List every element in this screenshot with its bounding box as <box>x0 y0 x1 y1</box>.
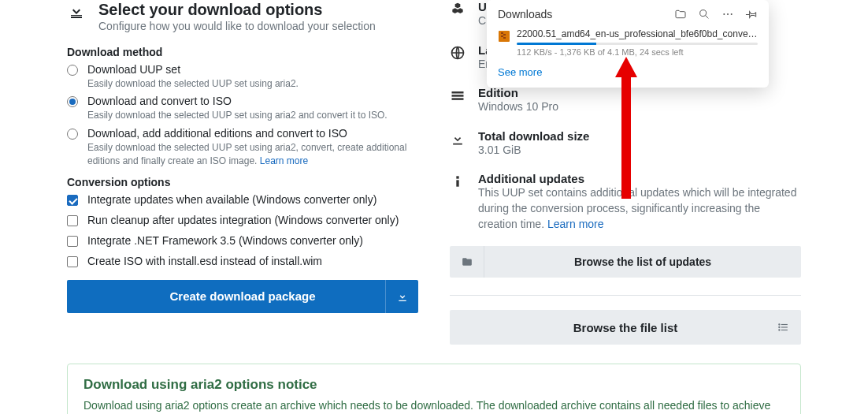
cubes-icon <box>450 0 467 17</box>
svg-rect-8 <box>781 324 788 325</box>
disc-icon <box>450 86 467 103</box>
svg-rect-2 <box>452 91 464 94</box>
checkbox-create-esd[interactable]: Create ISO with install.esd instead of i… <box>67 255 418 270</box>
svg-rect-17 <box>499 31 510 42</box>
open-folder-icon[interactable] <box>674 8 687 21</box>
download-item[interactable]: 22000.51_amd64_en-us_professional_bfe6f0… <box>498 28 758 57</box>
download-method-heading: Download method <box>67 46 418 58</box>
svg-point-16 <box>731 13 733 15</box>
learn-more-link[interactable]: Learn more <box>260 155 308 166</box>
svg-rect-0 <box>71 15 82 16</box>
svg-point-14 <box>723 13 725 15</box>
radio-icon <box>67 129 78 140</box>
checkbox-integrate-net[interactable]: Integrate .NET Framework 3.5 (Windows co… <box>67 234 418 250</box>
download-status: 112 KB/s - 1,376 KB of 4.1 MB, 24 secs l… <box>517 47 758 57</box>
create-download-package-button[interactable]: Create download package <box>67 280 418 313</box>
downloads-popup: Downloads 22000.51_amd64_en-us_professio… <box>487 0 769 88</box>
globe-icon <box>450 43 467 61</box>
radio-download-additional-editions[interactable]: Download, add additional editions and co… <box>67 127 418 168</box>
download-size-icon <box>450 129 467 147</box>
svg-point-15 <box>727 13 729 15</box>
radio-icon <box>67 65 78 76</box>
see-more-link[interactable]: See more <box>498 66 758 78</box>
aria2-notice: Download using aria2 options notice Down… <box>67 364 801 414</box>
checkbox-icon <box>67 195 78 206</box>
checkbox-icon <box>67 236 78 247</box>
radio-icon <box>67 96 78 107</box>
info-icon <box>450 172 467 189</box>
section-header: Select your download options Configure h… <box>67 0 418 35</box>
browse-file-list-button[interactable]: Browse the file list <box>450 310 801 345</box>
search-icon[interactable] <box>698 8 710 21</box>
svg-point-11 <box>778 329 780 330</box>
page-title: Select your download options <box>98 0 376 19</box>
download-icon <box>67 0 87 35</box>
download-icon <box>385 280 418 313</box>
svg-rect-19 <box>503 34 506 35</box>
conversion-options-heading: Conversion options <box>67 176 418 188</box>
notice-title: Download using aria2 options notice <box>83 377 785 393</box>
svg-rect-4 <box>452 99 464 101</box>
download-progress <box>517 43 758 45</box>
checkbox-icon <box>67 256 78 267</box>
info-edition: Edition Windows 10 Pro <box>450 86 801 115</box>
checkbox-integrate-updates[interactable]: Integrate updates when available (Window… <box>67 193 418 209</box>
svg-point-13 <box>700 10 707 17</box>
svg-rect-18 <box>501 32 503 34</box>
folder-icon <box>450 246 484 278</box>
download-filename: 22000.51_amd64_en-us_professional_bfe6f0… <box>517 28 758 39</box>
page-subtitle: Configure how you would like to download… <box>98 19 376 35</box>
pin-icon[interactable] <box>745 8 758 21</box>
checkbox-run-cleanup[interactable]: Run cleanup after updates integration (W… <box>67 214 418 229</box>
learn-more-link[interactable]: Learn more <box>547 218 604 230</box>
svg-point-9 <box>778 326 780 328</box>
svg-rect-21 <box>503 37 506 39</box>
archive-file-icon <box>498 30 510 43</box>
info-additional-updates: Additional updates This UUP set contains… <box>450 172 801 232</box>
svg-rect-6 <box>456 181 458 187</box>
svg-rect-3 <box>452 95 464 97</box>
svg-point-7 <box>778 323 780 325</box>
list-icon <box>765 310 801 345</box>
more-icon[interactable] <box>721 8 734 21</box>
svg-rect-5 <box>456 177 458 179</box>
checkbox-icon <box>67 215 78 226</box>
downloads-popup-title: Downloads <box>498 8 552 21</box>
radio-download-uup[interactable]: Download UUP set Easily download the sel… <box>67 63 418 91</box>
radio-download-convert-iso[interactable]: Download and convert to ISO Easily downl… <box>67 95 418 122</box>
notice-body: Download using aria2 options create an a… <box>83 397 785 414</box>
svg-rect-20 <box>501 35 503 37</box>
svg-rect-12 <box>781 330 788 330</box>
svg-rect-10 <box>781 327 788 328</box>
info-size: Total download size 3.01 GiB <box>450 129 801 159</box>
browse-updates-button[interactable]: Browse the list of updates <box>450 246 801 278</box>
